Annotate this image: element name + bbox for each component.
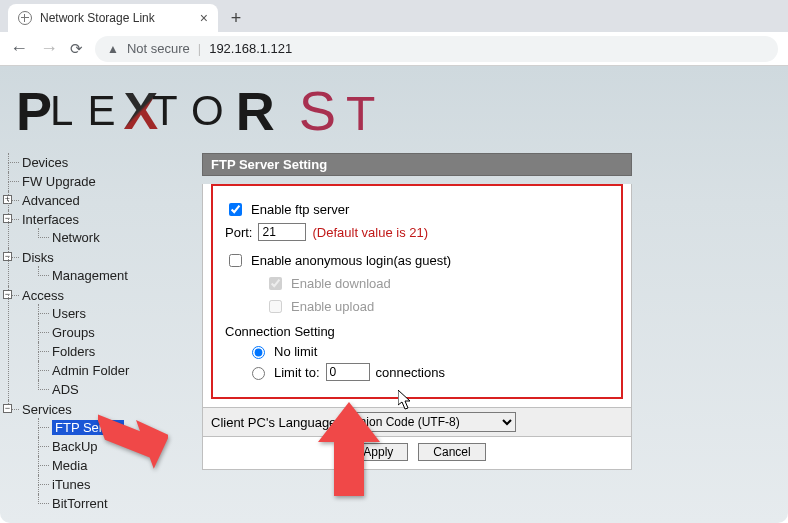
- cursor-icon: [398, 390, 412, 410]
- tab-title: Network Storage Link: [40, 11, 155, 25]
- security-label: Not secure: [127, 41, 190, 56]
- tree-item-network[interactable]: Network: [38, 228, 178, 247]
- tree-item-ftp-server[interactable]: FTP Server: [38, 418, 178, 437]
- collapse-icon[interactable]: −: [3, 214, 12, 223]
- enable-upload-checkbox: [269, 300, 282, 313]
- new-tab-button[interactable]: +: [224, 6, 248, 30]
- collapse-icon[interactable]: −: [3, 290, 12, 299]
- collapse-icon[interactable]: −: [3, 404, 12, 413]
- tree-item-services[interactable]: −Services FTP Server BackUp Media iTunes…: [8, 400, 178, 514]
- browser-toolbar: ← → ⟳ ▲ Not secure | 192.168.1.121: [0, 32, 788, 66]
- port-label: Port:: [225, 225, 252, 240]
- url-text: 192.168.1.121: [209, 41, 292, 56]
- limit-to-label: Limit to:: [274, 365, 320, 380]
- tree-item-itunes[interactable]: iTunes: [38, 475, 178, 494]
- tree-item-interfaces[interactable]: −Interfaces Network: [8, 210, 178, 248]
- browser-tab-bar: Network Storage Link × +: [0, 0, 788, 32]
- tree-item-folders[interactable]: Folders: [38, 342, 178, 361]
- address-bar[interactable]: ▲ Not secure | 192.168.1.121: [95, 36, 778, 62]
- tree-item-admin-folder[interactable]: Admin Folder: [38, 361, 178, 380]
- no-limit-radio[interactable]: [252, 346, 265, 359]
- expand-icon[interactable]: +: [3, 195, 12, 204]
- not-secure-icon: ▲: [107, 42, 119, 56]
- highlight-box: Enable ftp server Port: (Default value i…: [211, 184, 623, 399]
- language-label: Client PC's Language:: [211, 415, 340, 430]
- reload-button[interactable]: ⟳: [70, 40, 83, 58]
- page-body: PLEXTOR ST Devices FW Upgrade +Advanced …: [0, 66, 788, 523]
- globe-icon: [18, 11, 32, 25]
- back-button[interactable]: ←: [10, 38, 28, 59]
- connections-label: connections: [376, 365, 445, 380]
- apply-button[interactable]: Apply: [348, 443, 408, 461]
- tree-item-devices[interactable]: Devices: [8, 153, 178, 172]
- limit-to-radio[interactable]: [252, 367, 265, 380]
- ftp-settings-panel: FTP Server Setting Enable ftp server Por…: [202, 153, 632, 470]
- tree-item-ads[interactable]: ADS: [38, 380, 178, 399]
- enable-download-label: Enable download: [291, 276, 391, 291]
- tree-item-groups[interactable]: Groups: [38, 323, 178, 342]
- language-select[interactable]: Union Code (UTF-8): [346, 412, 516, 432]
- panel-title: FTP Server Setting: [202, 153, 632, 176]
- cancel-button[interactable]: Cancel: [418, 443, 485, 461]
- tree-item-bittorrent[interactable]: BitTorrent: [38, 494, 178, 513]
- enable-ftp-checkbox[interactable]: [229, 203, 242, 216]
- tree-item-disks[interactable]: −Disks Management: [8, 248, 178, 286]
- anon-login-label: Enable anonymous login(as guest): [251, 253, 451, 268]
- anon-login-checkbox[interactable]: [229, 254, 242, 267]
- forward-button: →: [40, 38, 58, 59]
- browser-tab[interactable]: Network Storage Link ×: [8, 4, 218, 32]
- enable-upload-label: Enable upload: [291, 299, 374, 314]
- enable-download-checkbox: [269, 277, 282, 290]
- nav-tree: Devices FW Upgrade +Advanced −Interfaces…: [8, 151, 178, 514]
- tree-item-media[interactable]: Media: [38, 456, 178, 475]
- no-limit-label: No limit: [274, 344, 317, 359]
- limit-input[interactable]: [326, 363, 370, 381]
- tree-item-management[interactable]: Management: [38, 266, 178, 285]
- connection-setting-label: Connection Setting: [225, 324, 335, 339]
- tree-item-advanced[interactable]: +Advanced: [8, 191, 178, 210]
- tree-item-backup[interactable]: BackUp: [38, 437, 178, 456]
- separator: |: [198, 41, 201, 56]
- port-hint: (Default value is 21): [312, 225, 428, 240]
- enable-ftp-label: Enable ftp server: [251, 202, 349, 217]
- port-input[interactable]: [258, 223, 306, 241]
- tree-item-fw-upgrade[interactable]: FW Upgrade: [8, 172, 178, 191]
- tree-item-users[interactable]: Users: [38, 304, 178, 323]
- collapse-icon[interactable]: −: [3, 252, 12, 261]
- brand-logo: PLEXTOR ST: [0, 66, 788, 151]
- tree-item-access[interactable]: −Access Users Groups Folders Admin Folde…: [8, 286, 178, 400]
- close-tab-icon[interactable]: ×: [200, 10, 208, 26]
